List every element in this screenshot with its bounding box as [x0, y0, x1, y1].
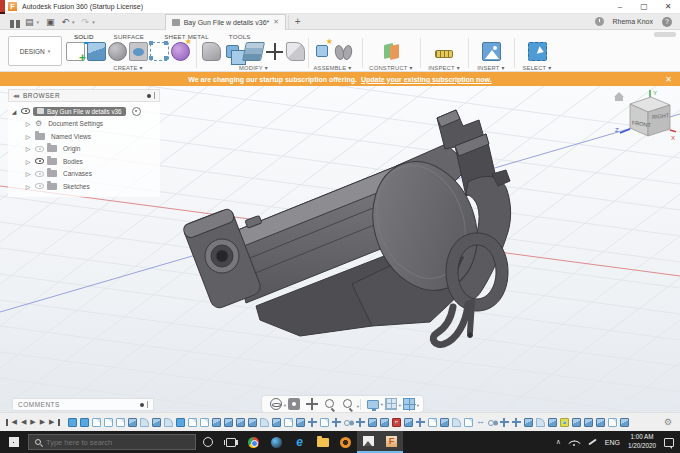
tree-row-named-views[interactable]: ▷ Named Views	[10, 130, 160, 143]
offset-face-icon[interactable]	[242, 42, 265, 61]
timeline-marker-ex[interactable]	[152, 418, 161, 427]
fit-zoom-window-icon[interactable]: ▾	[342, 398, 354, 410]
timeline-marker-ln[interactable]	[488, 418, 497, 427]
go-to-end-icon[interactable]: ▶	[49, 418, 54, 426]
timeline-marker-ex[interactable]	[212, 418, 221, 427]
game-app-button[interactable]	[334, 431, 357, 453]
steam-button[interactable]	[265, 431, 288, 453]
timeline-marker-fi[interactable]	[536, 418, 545, 427]
orbit-icon[interactable]: ▾	[270, 398, 282, 410]
modify-group-label[interactable]: MODIFY▾	[239, 65, 268, 71]
tree-row-origin[interactable]: ▷ Origin	[10, 143, 160, 156]
expand-icon[interactable]: ▷	[24, 145, 32, 152]
timeline-marker-mv[interactable]	[500, 418, 509, 427]
timeline-marker-pl[interactable]	[188, 418, 197, 427]
timeline-marker-err[interactable]	[392, 418, 401, 427]
new-tab-button[interactable]: +	[288, 15, 306, 29]
file-explorer-button[interactable]	[311, 431, 334, 453]
timeline-marker-ex[interactable]	[440, 418, 449, 427]
create-form-icon[interactable]	[171, 42, 190, 61]
timeline-marker-pl[interactable]	[320, 418, 329, 427]
tree-row-canvases[interactable]: ▷ Canvases	[10, 168, 160, 181]
cortana-button[interactable]	[196, 431, 219, 453]
step-forward-icon[interactable]: ▶	[40, 418, 45, 426]
extrude-icon[interactable]	[87, 42, 106, 61]
banner-link[interactable]: Update your existing subscription now.	[361, 76, 492, 83]
drag-handle-icon[interactable]	[147, 401, 148, 408]
timeline-marker-ex[interactable]	[380, 418, 389, 427]
inspect-group-label[interactable]: INSPECT▾	[428, 65, 460, 71]
clock-datetime[interactable]: 1:00 AM 1/20/2020	[628, 433, 656, 451]
edge-button[interactable]: e	[288, 431, 311, 453]
timeline-marker-fi[interactable]	[260, 418, 269, 427]
language-indicator[interactable]: ENG	[605, 439, 620, 446]
go-to-end-bar-icon[interactable]	[58, 419, 60, 426]
move-icon[interactable]	[265, 42, 284, 61]
create-sketch-icon[interactable]	[66, 42, 85, 61]
new-component-icon[interactable]	[316, 45, 328, 57]
photos-button[interactable]	[357, 431, 380, 453]
expand-icon[interactable]: ▷	[24, 183, 32, 190]
tab-close-icon[interactable]: ✕	[273, 18, 279, 26]
visibility-eye-icon[interactable]	[35, 183, 44, 189]
timeline-marker-ex[interactable]	[596, 418, 605, 427]
timeline-marker-ex[interactable]	[128, 418, 137, 427]
model-canvas[interactable]: ◂◂ BROWSER ◢ Bay Gun File w details v36 …	[0, 86, 680, 431]
visibility-eye-icon[interactable]	[35, 146, 44, 152]
timeline-marker-ln[interactable]	[344, 418, 353, 427]
select-group-label[interactable]: SELECT▾	[523, 65, 552, 71]
timeline-marker-ex[interactable]	[248, 418, 257, 427]
timeline-marker-fi[interactable]	[140, 418, 149, 427]
step-back-icon[interactable]: ◀	[21, 418, 26, 426]
gun-model[interactable]	[182, 110, 511, 345]
expand-icon[interactable]: ▷	[24, 133, 32, 140]
timeline-marker-ex[interactable]	[368, 418, 377, 427]
timeline-marker-mv[interactable]	[332, 418, 341, 427]
timeline-marker-pl[interactable]	[116, 418, 125, 427]
go-to-start-icon[interactable]: ◀	[12, 418, 17, 426]
timeline-marker-ex[interactable]	[620, 418, 629, 427]
chrome-button[interactable]	[242, 431, 265, 453]
timeline-marker-pl[interactable]	[92, 418, 101, 427]
maximize-button[interactable]: ▢	[632, 0, 656, 14]
sweep-icon[interactable]	[129, 42, 148, 61]
collapse-panel-icon[interactable]: ◂◂	[13, 92, 18, 100]
document-tab[interactable]: Bay Gun File w details v36* ✕	[165, 14, 286, 30]
timeline-marker-ex[interactable]	[572, 418, 581, 427]
timeline-marker-mv[interactable]	[416, 418, 425, 427]
help-icon[interactable]: ?	[662, 17, 672, 27]
zoom-icon[interactable]	[324, 398, 336, 410]
pan-icon[interactable]	[306, 398, 318, 410]
display-dot-icon[interactable]	[147, 94, 151, 98]
timeline-marker-rv[interactable]	[476, 418, 485, 427]
play-icon[interactable]: ▶	[30, 418, 35, 426]
file-menu-icon[interactable]: ▤	[25, 17, 34, 27]
app-grid-icon[interactable]	[10, 20, 14, 24]
timeline-marker-ex[interactable]	[584, 418, 593, 427]
isolate-icon[interactable]	[132, 107, 141, 116]
undo-icon[interactable]: ↶	[62, 17, 70, 27]
timeline-marker-fi[interactable]	[452, 418, 461, 427]
visibility-eye-icon[interactable]	[35, 158, 44, 164]
timeline-marker-sk[interactable]	[68, 418, 77, 427]
timeline-marker-fi[interactable]	[164, 418, 173, 427]
pattern-icon[interactable]	[150, 42, 169, 61]
user-name[interactable]: Rhema Knox	[613, 18, 653, 25]
delete-icon[interactable]	[286, 42, 305, 61]
minimize-button[interactable]: –	[608, 0, 632, 14]
tree-row-document-settings[interactable]: ▷ ⚙ Document Settings	[10, 118, 160, 131]
timeline-marker-pl[interactable]	[284, 418, 293, 427]
timeline-marker-sk[interactable]	[176, 418, 185, 427]
view-cube[interactable]: FRONT RIGHT Y X Z	[614, 88, 676, 150]
measure-icon[interactable]	[435, 50, 453, 58]
save-icon[interactable]: ▣	[46, 17, 55, 27]
timeline-marker-ex[interactable]	[296, 418, 305, 427]
workspace-selector[interactable]: DESIGN ▾	[8, 36, 62, 66]
timeline-marker-pl[interactable]	[464, 418, 473, 427]
hidden-icons-chevron-icon[interactable]: ∧	[556, 438, 561, 446]
viewports-icon[interactable]: ▾	[403, 398, 415, 410]
timeline-marker-ex[interactable]	[404, 418, 413, 427]
revolve-icon[interactable]	[108, 42, 127, 61]
construct-group-label[interactable]: CONSTRUCT▾	[369, 65, 412, 71]
timeline-marker-ex[interactable]	[236, 418, 245, 427]
